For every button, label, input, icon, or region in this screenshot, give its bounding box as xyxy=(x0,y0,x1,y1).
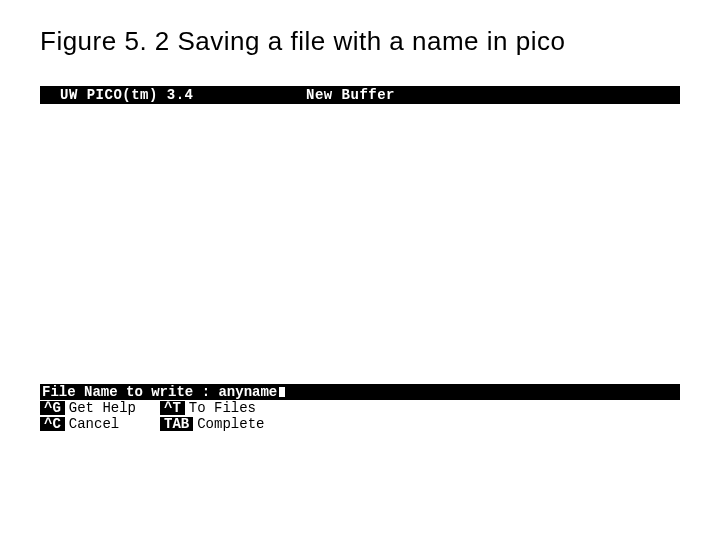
shortcut-complete[interactable]: TAB Complete xyxy=(160,417,280,431)
shortcut-bar: ^G Get Help ^T To Files ^C Cancel TAB Co… xyxy=(40,400,680,432)
shortcut-key: TAB xyxy=(160,417,193,431)
shortcut-key: ^G xyxy=(40,401,65,415)
filename-input[interactable]: anyname xyxy=(218,385,277,399)
shortcut-row: ^C Cancel TAB Complete xyxy=(40,416,680,432)
text-cursor-icon xyxy=(278,386,286,398)
shortcut-cancel[interactable]: ^C Cancel xyxy=(40,417,160,431)
figure-caption: Figure 5. 2 Saving a file with a name in… xyxy=(40,26,565,57)
shortcut-to-files[interactable]: ^T To Files xyxy=(160,401,280,415)
shortcut-label: Get Help xyxy=(69,401,136,415)
pico-terminal: UW PICO(tm) 3.4 New Buffer File Name to … xyxy=(40,86,680,434)
app-name: UW PICO(tm) 3.4 xyxy=(60,88,194,102)
filename-prompt: File Name to write : anyname xyxy=(40,384,680,400)
shortcut-key: ^T xyxy=(160,401,185,415)
shortcut-label: Cancel xyxy=(69,417,119,431)
buffer-name: New Buffer xyxy=(306,88,395,102)
shortcut-row: ^G Get Help ^T To Files xyxy=(40,400,680,416)
shortcut-get-help[interactable]: ^G Get Help xyxy=(40,401,160,415)
editor-area[interactable] xyxy=(40,104,680,384)
page: Figure 5. 2 Saving a file with a name in… xyxy=(0,0,720,540)
shortcut-key: ^C xyxy=(40,417,65,431)
shortcut-label: To Files xyxy=(189,401,256,415)
prompt-label: File Name to write : xyxy=(40,385,218,399)
shortcut-label: Complete xyxy=(197,417,264,431)
pico-titlebar: UW PICO(tm) 3.4 New Buffer xyxy=(40,86,680,104)
